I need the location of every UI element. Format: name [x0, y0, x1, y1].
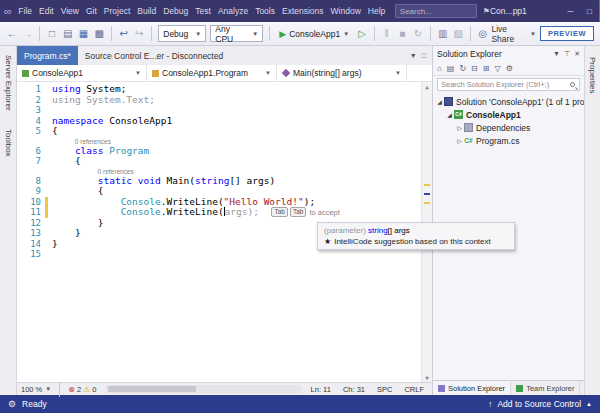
restart-icon[interactable]: ↻ [412, 26, 424, 42]
document-health-indicator[interactable]: ⊗ 2 ⚠ 0 [68, 385, 96, 394]
breadcrumb: ConsoleApp1▼ConsoleApp1.Program▼Main(str… [17, 65, 432, 82]
undo-icon[interactable]: ↩ [118, 26, 130, 42]
active-files-chevron-icon[interactable]: ▼ [410, 52, 417, 59]
horizontal-scrollbar[interactable] [106, 385, 300, 393]
preview-button[interactable]: PREVIEW [540, 26, 594, 41]
pause-icon[interactable]: ‖ [381, 26, 393, 42]
horizontal-scrollbar-thumb[interactable] [108, 386, 195, 392]
solution-platform-dropdown[interactable]: Any CPU ▼ [210, 25, 263, 42]
save-all-icon[interactable]: ▩ [93, 26, 105, 42]
float-window-icon[interactable]: □ [422, 52, 426, 59]
code-line[interactable]: 4namespace ConsoleApp1 [17, 116, 420, 127]
editor-status-strip: 100 % ▼ ⊗ 2 ⚠ 0 Ln: 11 Ch: 31 SPC CRLF [17, 382, 432, 395]
line-number: 14 [23, 239, 45, 250]
menu-bar: FileEditViewGitProjectBuildDebugTestAnal… [15, 0, 389, 22]
menu-item-help[interactable]: Help [364, 0, 388, 22]
panel-tab-team-explorer[interactable]: Team Explorer [511, 381, 580, 395]
live-share-button[interactable]: ◎ Live Share ▼ [477, 24, 536, 44]
navigate-forward-icon[interactable]: → [22, 26, 34, 42]
chevron-up-icon[interactable]: ▲ [586, 401, 592, 407]
zoom-control[interactable]: 100 % ▼ [21, 385, 51, 394]
code-line[interactable]: 15 [17, 249, 420, 260]
menu-item-file[interactable]: File [15, 0, 36, 22]
navigate-back-icon[interactable]: ← [6, 26, 18, 42]
expand-arrow-icon[interactable]: ▷ [455, 137, 464, 144]
status-bar: ⚙ Ready ↑ Add to Source Control ▲ [0, 395, 600, 413]
background-tasks-icon[interactable]: ⚙ [8, 399, 16, 409]
code-line[interactable]: 7 { [17, 156, 420, 167]
indentation-indicator[interactable]: SPC [377, 385, 392, 394]
code-line[interactable]: 2using System.Text; [17, 95, 420, 106]
sync-with-active-document-icon[interactable]: ↻ [459, 64, 466, 73]
csharp-file-icon [464, 136, 473, 145]
restore-button[interactable]: □ [580, 0, 599, 22]
global-search-input[interactable] [395, 4, 477, 18]
notifications-icon[interactable]: ⚑ [483, 7, 490, 16]
left-tab-toolbox[interactable]: Toolbox [4, 126, 13, 160]
menu-item-edit[interactable]: Edit [36, 0, 58, 22]
menu-item-git[interactable]: Git [82, 0, 100, 22]
scroll-up-icon[interactable]: ▲ [422, 82, 432, 91]
panel-tab-label: Solution Explorer [448, 384, 505, 393]
minimize-button[interactable]: ─ [561, 0, 580, 22]
home-icon[interactable]: ⌂ [437, 64, 442, 73]
document-tab-program-cs[interactable]: Program.cs* [17, 46, 78, 65]
menu-item-tools[interactable]: Tools [252, 0, 279, 22]
new-file-icon[interactable]: □ [46, 26, 58, 42]
breadcrumb-consoleapp1-program[interactable]: ConsoleApp1.Program▼ [147, 65, 277, 81]
tooltip-note-text: IntelliCode suggestion based on this con… [334, 237, 491, 246]
expand-arrow-icon[interactable]: ▷ [455, 124, 464, 131]
solution-search [433, 76, 584, 93]
breadcrumb-consoleapp1[interactable]: ConsoleApp1▼ [17, 65, 147, 81]
editor-column: Program.cs*Source Control E...er - Disco… [17, 46, 432, 395]
tree-item-consoleapp1[interactable]: ◢ConsoleApp1 [433, 108, 584, 121]
scroll-down-icon[interactable]: ▼ [422, 373, 432, 382]
collapse-arrow-icon[interactable]: ◢ [445, 111, 454, 118]
menu-item-window[interactable]: Window [327, 0, 364, 22]
pin-icon[interactable]: ⊤ [564, 50, 570, 58]
menu-item-analyze[interactable]: Analyze [214, 0, 251, 22]
menu-item-test[interactable]: Test [192, 0, 215, 22]
start-debugging-button[interactable]: ▶ ConsoleApp1 ▼ [276, 29, 352, 39]
stop-icon[interactable]: ■ [396, 26, 408, 42]
document-tab-source-control-e-er-disconnected[interactable]: Source Control E...er - Disconnected [78, 46, 230, 65]
switch-views-icon[interactable]: ▤ [447, 64, 455, 73]
open-file-icon[interactable]: ▤ [62, 26, 74, 42]
collapse-all-icon[interactable]: ⊟ [471, 64, 478, 73]
code-line[interactable]: 5{ [17, 126, 420, 137]
tree-item-solution-consoleapp1-1-of-1-project[interactable]: ◢Solution 'ConsoleApp1' (1 of 1 project) [433, 95, 584, 108]
save-icon[interactable]: ▦ [78, 26, 90, 42]
tree-item-program-cs[interactable]: ▷Program.cs [433, 134, 584, 147]
chevron-down-icon[interactable]: ▼ [553, 50, 560, 58]
menu-item-debug[interactable]: Debug [160, 0, 192, 22]
menu-item-extensions[interactable]: Extensions [278, 0, 327, 22]
solution-configuration-dropdown[interactable]: Debug ▼ [158, 25, 206, 42]
redo-icon[interactable]: ↪ [134, 26, 146, 42]
tree-item-dependencies[interactable]: ▷Dependencies [433, 121, 584, 134]
menu-item-view[interactable]: View [57, 0, 82, 22]
line-ending-indicator[interactable]: CRLF [404, 385, 424, 394]
tree-item-label: Program.cs [476, 136, 519, 146]
left-tab-server-explorer[interactable]: Server Explorer [4, 52, 13, 114]
step-over-icon[interactable]: ▧ [452, 26, 464, 42]
code-area[interactable]: 1using System;2using System.Text;34names… [17, 82, 432, 382]
zoom-level: 100 % [21, 385, 42, 394]
menu-item-build[interactable]: Build [134, 0, 160, 22]
add-to-source-control-button[interactable]: Add to Source Control [497, 399, 581, 409]
collapse-arrow-icon[interactable]: ◢ [435, 98, 444, 105]
filter-icon[interactable]: ▽ [495, 64, 501, 73]
status-ready-label: Ready [22, 399, 47, 409]
find-in-files-icon[interactable]: ▥ [437, 26, 449, 42]
breadcrumb-main-string-args[interactable]: Main(string[] args)▼ [277, 65, 407, 81]
start-without-debugging-icon[interactable]: ▷ [356, 26, 368, 42]
document-tabs: Program.cs*Source Control E...er - Disco… [17, 46, 230, 65]
solution-search-input[interactable] [437, 78, 580, 91]
properties-icon[interactable]: ⚙ [506, 64, 513, 73]
right-tab-properties[interactable]: Properties [588, 54, 597, 96]
caret-position-group: Ln: 11 Ch: 31 SPC CRLF [311, 385, 428, 394]
close-icon[interactable]: ✕ [574, 50, 580, 58]
panel-tab-solution-explorer[interactable]: Solution Explorer [433, 381, 511, 395]
window-controls: ─ □ ✕ [561, 0, 600, 22]
show-all-files-icon[interactable]: ⊞ [483, 64, 490, 73]
menu-item-project[interactable]: Project [100, 0, 133, 22]
